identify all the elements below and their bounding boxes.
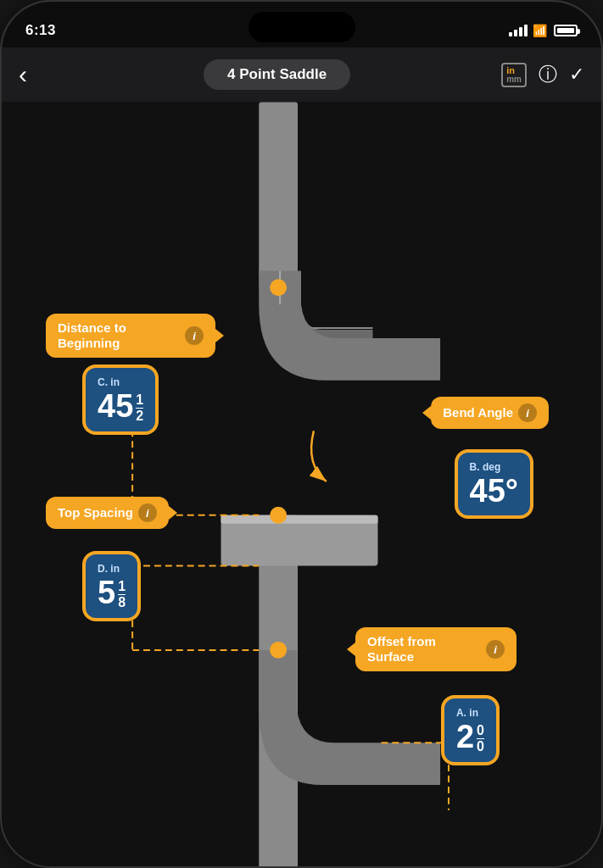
signal-icon — [509, 25, 528, 36]
phone-frame: 6:13 📶 ‹ 4 Point Saddle in — [0, 0, 603, 868]
svg-point-13 — [270, 279, 287, 296]
nav-title: 4 Point Saddle — [204, 59, 350, 90]
back-button[interactable]: ‹ — [19, 60, 53, 89]
top-spacing-info-button[interactable]: i — [138, 504, 157, 522]
phone-screen: 6:13 📶 ‹ 4 Point Saddle in — [2, 2, 601, 866]
offset-info-button[interactable]: i — [486, 640, 505, 659]
value-a-box[interactable]: A. in 2 0 0 — [441, 695, 500, 765]
value-b-number: 45° — [470, 475, 518, 507]
value-c-number: 45 1 2 — [98, 390, 143, 423]
value-a-number: 2 0 0 — [456, 721, 484, 754]
wifi-icon: 📶 — [533, 24, 547, 37]
dynamic-island — [248, 12, 355, 42]
top-spacing-label: Top Spacing i — [46, 497, 169, 529]
svg-point-15 — [270, 642, 287, 659]
unit-toggle-button[interactable]: in mm — [501, 63, 527, 87]
nav-actions: in mm ⓘ ✓ — [501, 62, 584, 87]
confirm-button[interactable]: ✓ — [569, 64, 584, 86]
svg-rect-0 — [259, 103, 298, 280]
value-b-label: B. deg — [470, 461, 518, 473]
info-button[interactable]: ⓘ — [539, 62, 557, 87]
distance-to-beginning-label: Distance to Beginning i — [46, 314, 215, 358]
distance-info-button[interactable]: i — [185, 326, 204, 345]
value-a-label: A. in — [456, 707, 484, 719]
svg-point-14 — [270, 507, 287, 524]
offset-from-surface-label: Offset from Surface i — [355, 627, 516, 671]
value-c-label: C. in — [98, 376, 143, 388]
bend-angle-info-button[interactable]: i — [518, 403, 537, 422]
nav-bar: ‹ 4 Point Saddle in mm ⓘ ✓ — [2, 47, 601, 102]
diagram-area: Distance to Beginning i C. in 45 1 2 — [2, 102, 601, 866]
value-b-box[interactable]: B. deg 45° — [455, 449, 533, 519]
value-d-label: D. in — [98, 563, 126, 575]
bend-angle-label: Bend Angle i — [431, 397, 549, 429]
status-time: 6:13 — [25, 22, 56, 39]
value-d-number: 5 1 8 — [98, 576, 126, 609]
battery-icon — [554, 25, 578, 36]
value-c-box[interactable]: C. in 45 1 2 — [82, 364, 159, 435]
svg-rect-4 — [221, 515, 378, 524]
status-icons: 📶 — [509, 24, 578, 37]
value-d-box[interactable]: D. in 5 1 8 — [82, 551, 141, 621]
